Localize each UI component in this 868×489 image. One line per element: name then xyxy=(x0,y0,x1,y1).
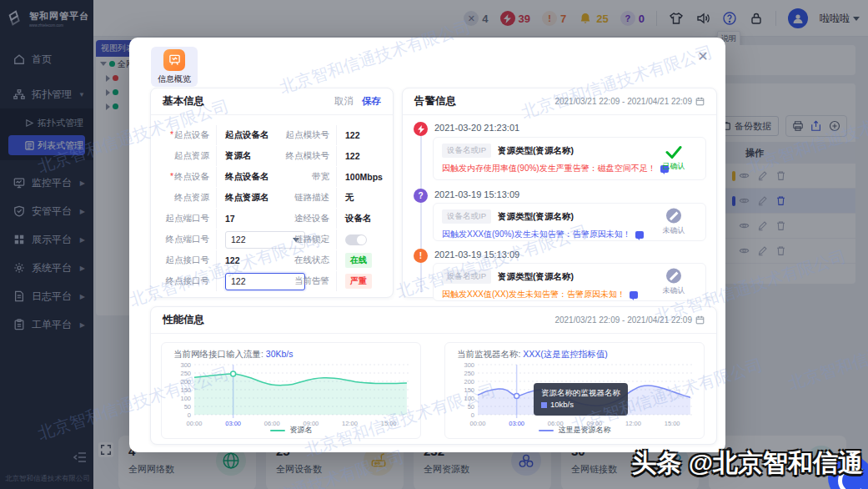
chart-legend[interactable]: 资源名 xyxy=(162,425,420,436)
field-value: 起点设备名 xyxy=(225,129,269,141)
current-alarm-badge: 严重 xyxy=(345,274,372,289)
performance-title: 性能信息 xyxy=(163,313,204,327)
link-lock-toggle[interactable] xyxy=(345,234,367,245)
svg-text:200: 200 xyxy=(180,378,191,386)
basic-info-panel: 基本信息 取消 保存 *起点设备起点设备名 起点资源资源名 *终点设备终点设备名… xyxy=(150,88,394,298)
svg-text:150: 150 xyxy=(180,386,191,394)
save-button[interactable]: 保存 xyxy=(362,95,381,108)
field-value: 无 xyxy=(345,192,354,204)
confirm-status: 未确认 xyxy=(663,285,685,296)
unconfirmed-icon xyxy=(666,209,681,224)
svg-text:0: 0 xyxy=(188,411,191,419)
online-status-badge: 在线 xyxy=(345,253,372,268)
svg-text:100: 100 xyxy=(464,395,474,402)
alert-item[interactable]: 设备名或IP 资源类型(资源名称) 因触发XXX值(90%)发生未知告警：告警原… xyxy=(433,203,706,241)
monitor-chart-card: 当前监视器名称: XXX(这是监控指标值) 050100150200250300… xyxy=(444,342,705,439)
device-tag: 设备名或IP xyxy=(442,270,491,284)
confirm-status: 已确认 xyxy=(663,161,685,172)
svg-text:50: 50 xyxy=(184,403,191,411)
confirm-status: 未确认 xyxy=(663,225,685,236)
tab-label: 信息概览 xyxy=(158,73,191,85)
field-value: 100Mbps xyxy=(345,172,383,182)
alert-message: 因触发XXX值(XX)发生未知告警：告警原因未知！ xyxy=(442,289,625,300)
field-value: 设备名 xyxy=(345,213,372,224)
alert-target: 资源类型(资源名称) xyxy=(498,271,574,283)
performance-panel: 性能信息 2021/03/21 22:09 - 2021/04/21 22:09… xyxy=(150,306,717,445)
alert-date-range[interactable]: 2021/03/21 22:09 - 2021/04/21 22:09 xyxy=(554,97,705,106)
question-icon: ? xyxy=(414,189,428,203)
field-value: 终点设备名 xyxy=(225,171,269,183)
device-tag: 设备名或IP xyxy=(442,144,491,158)
field-value: 122 xyxy=(345,151,360,161)
alert-item[interactable]: 设备名或IP 资源类型(资源名称) 因触发内存使用率值(90%)发生严重告警：磁… xyxy=(433,137,706,180)
field-value: 122 xyxy=(225,255,240,265)
comment-icon[interactable] xyxy=(630,291,638,299)
svg-text:250: 250 xyxy=(180,370,191,377)
series-marker xyxy=(541,402,547,408)
field-value: 终点资源名 xyxy=(225,192,269,204)
overview-board-icon xyxy=(163,49,185,71)
chart-title: 当前监视器名称: XXX(这是监控指标值) xyxy=(457,349,608,360)
alert-time: 2021-03-19 15:13:09 xyxy=(434,250,519,260)
calendar-icon xyxy=(695,315,705,325)
basic-info-title: 基本信息 xyxy=(163,94,204,108)
alert-target: 资源类型(资源名称) xyxy=(498,145,574,157)
chart-legend[interactable]: 这里是资源名称 xyxy=(445,425,704,436)
comment-icon[interactable] xyxy=(635,231,644,239)
alert-time: 2021-03-20 21:23:01 xyxy=(434,123,519,133)
performance-date-range[interactable]: 2021/03/21 22:09 - 2021/04/21 22:09 xyxy=(554,315,705,325)
chart-tooltip: 资源名称的监视器名称 10kb/s xyxy=(534,383,628,416)
svg-text:200: 200 xyxy=(464,378,474,386)
check-icon xyxy=(665,146,682,159)
unconfirmed-icon xyxy=(666,269,681,284)
info-overview-modal: 信息概览 ✕ 基本信息 取消 保存 *起点设备起点设备名 起点资源资源名 *终点… xyxy=(129,38,725,452)
field-value: 122 xyxy=(345,130,360,140)
field-value: 资源名 xyxy=(225,150,252,162)
alert-message: 因触发内存使用率值(90%)发生严重告警：磁盘空间不足！ xyxy=(442,163,656,174)
alert-message: 因触发XXX值(90%)发生未知告警：告警原因未知！ xyxy=(442,229,631,240)
svg-text:50: 50 xyxy=(468,403,474,411)
alert-target: 资源类型(资源名称) xyxy=(498,211,574,223)
traffic-chart-card: 当前网络接口输入流量: 30Kb/s 05010015020025030000:… xyxy=(161,342,421,439)
svg-text:300: 300 xyxy=(464,361,474,369)
close-icon[interactable]: ✕ xyxy=(695,49,710,64)
app-root: 智和网管平台 www.zhtelecom.com ✕ 4 39 ! 7 xyxy=(0,0,868,489)
alert-time: 2021-03-19 15:13:09 xyxy=(434,189,519,199)
exclamation-icon: ! xyxy=(414,249,428,263)
svg-text:0: 0 xyxy=(471,411,474,419)
alert-info-panel: 告警信息 2021/03/21 22:09 - 2021/04/21 22:09… xyxy=(402,88,717,298)
calendar-icon xyxy=(695,97,705,106)
flash-icon xyxy=(414,122,428,136)
alert-item[interactable]: 设备名或IP 资源类型(资源名称) 因触发XXX值(XX)发生未知告警：告警原因… xyxy=(433,263,706,301)
svg-text:250: 250 xyxy=(464,370,474,377)
svg-text:100: 100 xyxy=(180,395,191,402)
svg-text:150: 150 xyxy=(464,386,474,394)
svg-text:300: 300 xyxy=(180,361,191,369)
chart-title: 当前网络接口输入流量: 30Kb/s xyxy=(173,349,294,360)
tab-info-overview[interactable]: 信息概览 xyxy=(151,47,198,87)
alert-info-title: 告警信息 xyxy=(414,94,456,108)
timeline-line xyxy=(420,129,422,292)
field-value: 17 xyxy=(225,214,235,224)
cancel-button[interactable]: 取消 xyxy=(334,95,354,108)
device-tag: 设备名或IP xyxy=(442,209,491,224)
